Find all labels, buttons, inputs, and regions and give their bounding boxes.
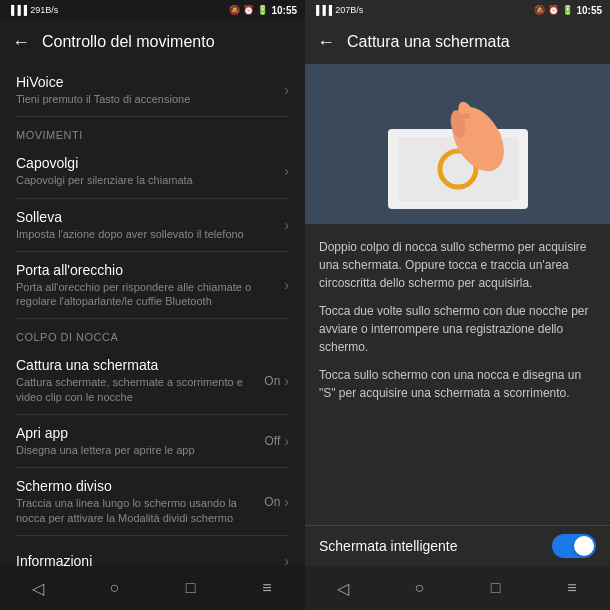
- description-area: Doppio colpo di nocca sullo schermo per …: [305, 224, 610, 525]
- chevron-right-icon: ›: [284, 82, 289, 98]
- left-top-bar: ← Controllo del movimento: [0, 20, 305, 64]
- status-time: 10:55: [271, 5, 297, 16]
- right-menu-nav-button[interactable]: ≡: [550, 566, 594, 610]
- right-back-nav-button[interactable]: ◁: [321, 566, 365, 610]
- menu-item-porta[interactable]: Porta all'orecchio Porta all'orecchio pe…: [0, 252, 305, 319]
- right-top-bar: ← Cattura una schermata: [305, 20, 610, 64]
- right-page-title: Cattura una schermata: [347, 33, 510, 51]
- solleva-subtitle: Imposta l'azione dopo aver sollevato il …: [16, 227, 276, 241]
- right-status-bar: ▐▐▐ 207B/s 🔕 ⏰ 🔋 10:55: [305, 0, 610, 20]
- hivoice-subtitle: Tieni premuto il Tasto di accensione: [16, 92, 276, 106]
- chevron-right-icon: ›: [284, 373, 289, 389]
- capovolgi-subtitle: Capovolgi per silenziare la chiamata: [16, 173, 276, 187]
- porta-title: Porta all'orecchio: [16, 262, 276, 278]
- menu-item-cattura[interactable]: Cattura una schermata Cattura schermate,…: [0, 347, 305, 414]
- section-header-colpo: COLPO DI NOCCA: [0, 319, 305, 347]
- right-recents-nav-button[interactable]: □: [474, 566, 518, 610]
- solleva-title: Solleva: [16, 209, 276, 225]
- section-header-movimenti: MOVIMENTI: [0, 117, 305, 145]
- apri-value: Off: [265, 434, 281, 448]
- menu-item-apri[interactable]: Apri app Disegna una lettera per aprire …: [0, 415, 305, 467]
- chevron-right-icon: ›: [284, 433, 289, 449]
- cattura-subtitle: Cattura schermate, schermate a scorrimen…: [16, 375, 256, 404]
- data-speed: 291B/s: [30, 5, 58, 15]
- left-status-icons: ▐▐▐ 291B/s: [8, 5, 58, 15]
- right-panel: ▐▐▐ 207B/s 🔕 ⏰ 🔋 10:55 ← Cattura una sch…: [305, 0, 610, 610]
- illustration-area: [305, 64, 610, 224]
- informazioni-title: Informazioni: [16, 553, 276, 566]
- cattura-right: On ›: [264, 373, 289, 389]
- menu-nav-button[interactable]: ≡: [245, 566, 289, 610]
- right-status-time: 10:55: [576, 5, 602, 16]
- left-panel: ▐▐▐ 291B/s 🔕 ⏰ 🔋 10:55 ← Controllo del m…: [0, 0, 305, 610]
- right-back-button[interactable]: ←: [317, 32, 335, 53]
- right-status-icons: 🔕 ⏰ 🔋 10:55: [229, 5, 297, 16]
- hivoice-right: ›: [284, 82, 289, 98]
- cattura-value: On: [264, 374, 280, 388]
- menu-item-schermo[interactable]: Schermo diviso Traccia una linea lungo l…: [0, 468, 305, 535]
- porta-right: ›: [284, 277, 289, 293]
- schermo-subtitle: Traccia una linea lungo lo schermo usand…: [16, 496, 256, 525]
- left-status-bar: ▐▐▐ 291B/s 🔕 ⏰ 🔋 10:55: [0, 0, 305, 20]
- alarm-icon: ⏰: [243, 5, 254, 15]
- menu-item-solleva[interactable]: Solleva Imposta l'azione dopo aver solle…: [0, 199, 305, 251]
- solleva-right: ›: [284, 217, 289, 233]
- capovolgi-title: Capovolgi: [16, 155, 276, 171]
- apri-right: Off ›: [265, 433, 289, 449]
- description-paragraph-1: Doppio colpo di nocca sullo schermo per …: [319, 238, 596, 292]
- battery-icon: 🔋: [257, 5, 268, 15]
- capovolgi-right: ›: [284, 163, 289, 179]
- hand-illustration: [368, 74, 548, 214]
- back-nav-button[interactable]: ◁: [16, 566, 60, 610]
- chevron-right-icon: ›: [284, 163, 289, 179]
- smart-screenshot-row: Schermata intelligente: [305, 525, 610, 566]
- chevron-right-icon: ›: [284, 553, 289, 566]
- schermo-value: On: [264, 495, 280, 509]
- right-mute-icon: 🔕: [534, 5, 545, 15]
- porta-subtitle: Porta all'orecchio per rispondere alle c…: [16, 280, 276, 309]
- menu-item-capovolgi[interactable]: Capovolgi Capovolgi per silenziare la ch…: [0, 145, 305, 197]
- menu-item-informazioni[interactable]: Informazioni ›: [0, 536, 305, 566]
- left-bottom-nav: ◁ ○ □ ≡: [0, 566, 305, 610]
- apri-subtitle: Disegna una lettera per aprire le app: [16, 443, 257, 457]
- menu-item-hivoice[interactable]: HiVoice Tieni premuto il Tasto di accens…: [0, 64, 305, 116]
- schermo-right: On ›: [264, 494, 289, 510]
- schermo-title: Schermo diviso: [16, 478, 256, 494]
- right-alarm-icon: ⏰: [548, 5, 559, 15]
- informazioni-right: ›: [284, 553, 289, 566]
- apri-title: Apri app: [16, 425, 257, 441]
- description-paragraph-3: Tocca sullo schermo con una nocca e dise…: [319, 366, 596, 402]
- right-status-right: 🔕 ⏰ 🔋 10:55: [534, 5, 602, 16]
- home-nav-button[interactable]: ○: [92, 566, 136, 610]
- recents-nav-button[interactable]: □: [169, 566, 213, 610]
- back-button[interactable]: ←: [12, 32, 30, 53]
- right-battery-icon: 🔋: [562, 5, 573, 15]
- chevron-right-icon: ›: [284, 277, 289, 293]
- right-home-nav-button[interactable]: ○: [397, 566, 441, 610]
- right-status-left: ▐▐▐ 207B/s: [313, 5, 363, 15]
- cattura-title: Cattura una schermata: [16, 357, 256, 373]
- right-signal-icon: ▐▐▐: [313, 5, 332, 15]
- chevron-right-icon: ›: [284, 217, 289, 233]
- smart-screenshot-toggle[interactable]: [552, 534, 596, 558]
- left-page-title: Controllo del movimento: [42, 33, 215, 51]
- right-data-speed: 207B/s: [335, 5, 363, 15]
- chevron-right-icon: ›: [284, 494, 289, 510]
- right-bottom-nav: ◁ ○ □ ≡: [305, 566, 610, 610]
- smart-screenshot-label: Schermata intelligente: [319, 538, 458, 554]
- description-paragraph-2: Tocca due volte sullo schermo con due no…: [319, 302, 596, 356]
- mute-icon: 🔕: [229, 5, 240, 15]
- left-scroll-content: HiVoice Tieni premuto il Tasto di accens…: [0, 64, 305, 566]
- signal-icon: ▐▐▐: [8, 5, 27, 15]
- hivoice-title: HiVoice: [16, 74, 276, 90]
